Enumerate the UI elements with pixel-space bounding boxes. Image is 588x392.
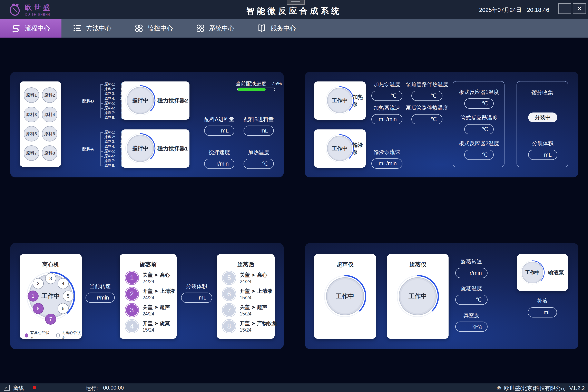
fraction-collect-title: 馏分收集: [517, 89, 568, 96]
dispensing-button[interactable]: 分装中: [528, 112, 558, 122]
heat-temp-field: 加热温度 ℃: [244, 149, 274, 169]
plate1-temp-input[interactable]: ℃: [464, 98, 494, 108]
rot-speed-label: 旋蒸转速: [461, 258, 482, 265]
refill-field: 补液 mL: [528, 298, 557, 318]
plate2-temp-field: 板式反应器2温度 ℃: [464, 140, 494, 160]
run-label: 运行:: [86, 385, 98, 392]
centrifuge-tube: 4: [58, 278, 68, 289]
registered-icon: ®: [497, 385, 501, 392]
mixer1-name: 磁力搅拌器1: [156, 130, 189, 168]
process-step: 4 开盖 ➤ 旋蒸 15/24: [125, 320, 175, 333]
heat-pump-temp-label: 加热泵温度: [374, 81, 400, 88]
vacuum-input[interactable]: kPa: [455, 322, 488, 332]
connection-status: 离线: [13, 385, 24, 392]
centrifuge-tube: 2: [33, 278, 44, 289]
post-evap-title: 旋蒸后: [217, 261, 274, 268]
time-label: 20:18:46: [527, 7, 549, 13]
infusion-flow-label: 输液泵流速: [374, 149, 400, 156]
plate2-temp-input[interactable]: ℃: [464, 150, 494, 160]
tab-system-center[interactable]: 系统中心: [184, 19, 246, 38]
recipe-a-label: 配料A: [78, 146, 96, 152]
grid-icon: [196, 24, 205, 33]
rotovap-status: 工作中: [396, 275, 439, 318]
tab-service-center[interactable]: 服务中心: [246, 19, 307, 38]
close-button[interactable]: ✕: [573, 3, 586, 14]
infusion-flow-field: 输液泵流速 mL/min: [372, 149, 402, 169]
terminal-icon[interactable]: >_: [4, 385, 10, 390]
infusion-flow-input[interactable]: mL/min: [372, 158, 402, 169]
tab-method-center[interactable]: 方法中心: [62, 19, 123, 38]
step-number: 8: [222, 320, 236, 333]
stir-speed-input[interactable]: r/min: [204, 159, 234, 169]
ultrasonic-title: 超声仪: [314, 261, 376, 268]
tab-label: 监控中心: [148, 24, 173, 32]
centrifuge-card: 离心机 工作中 12345678 有离心管状态 无离心管状态: [20, 254, 82, 339]
raw-material-circle: 原料1: [24, 88, 39, 103]
pre-evap-card: 旋蒸前 1 关盖 ➤ 离心 24/24 2 开盖 ➤ 上清液 24/24 3 关…: [120, 254, 176, 339]
rot-temp-input[interactable]: ℃: [455, 294, 488, 305]
centrifuge-tube: 1: [28, 290, 38, 302]
feed-b-field: 配料B进料量 mL: [244, 116, 274, 136]
evap-panel: 超声仪 工作中 旋蒸仪 工作中 旋蒸转速 r/min 旋蒸温度 ℃ 真空度 kP…: [305, 243, 578, 349]
current-speed-input[interactable]: r/min: [86, 292, 115, 303]
process-step: 3 关盖 ➤ 超声 24/24: [125, 304, 175, 317]
rot-temp-field: 旋蒸温度 ℃: [455, 285, 488, 305]
rot-speed-field: 旋蒸转速 r/min: [455, 258, 488, 278]
rot-speed-input[interactable]: r/min: [455, 268, 488, 278]
step-number: 5: [222, 271, 236, 284]
refill-input[interactable]: mL: [528, 307, 557, 318]
tube-temp-field: 管式反应器温度 ℃: [464, 114, 494, 134]
raw-material-circle: 原料8: [42, 145, 57, 161]
stir-speed-field: 搅拌速度 r/min: [204, 149, 234, 169]
raw-material-circle: 原料5: [24, 126, 39, 142]
heat-temp-input[interactable]: ℃: [244, 159, 274, 169]
minimize-button[interactable]: —: [558, 3, 571, 14]
rotovap-title: 旋蒸仪: [387, 261, 448, 268]
window-drag-handle[interactable]: [287, 0, 304, 5]
step-number: 6: [222, 288, 236, 300]
feed-a-label: 配料A进料量: [204, 116, 234, 123]
tab-process-center[interactable]: 流程中心: [0, 19, 62, 38]
centrifuge-tube: 7: [45, 314, 56, 324]
company-info: ® 欧世盛(北京)科技有限公司 V1.2.2: [497, 385, 585, 392]
prep-panel: 原料1原料2原料3原料4原料5原料6原料7原料8 配料B 原料1:0mL 原料2…: [10, 72, 284, 178]
date-label: 2025年07月24日: [479, 7, 522, 13]
status-bar: >_ 离线 运行: 00:00:00 ® 欧世盛(北京)科技有限公司 V1.2.…: [0, 384, 588, 392]
raw-material-circle: 原料4: [42, 107, 57, 122]
post-line-temp-input[interactable]: ℃: [412, 114, 442, 124]
heat-pump-status: 工作中: [326, 86, 354, 115]
heat-pump-flow-input[interactable]: mL/min: [372, 114, 402, 124]
mixer2-status: 搅拌中: [125, 85, 156, 116]
dispense-volume-label: 分装体积: [532, 140, 554, 147]
feed-a-input[interactable]: mL: [204, 126, 234, 136]
process-step: 7 关盖 ➤ 超声 15/24: [222, 304, 273, 317]
feed-a-field: 配料A进料量 mL: [204, 116, 234, 136]
process-step: 5 关盖 ➤ 离心 24/24: [222, 271, 273, 284]
process-step: 6 开盖 ➤ 上清液 15/24: [222, 288, 273, 300]
current-speed-label: 当前转速: [90, 283, 111, 290]
tab-monitor-center[interactable]: 监控中心: [123, 19, 184, 38]
tube-ring: 12345678: [20, 254, 82, 339]
tube-temp-input[interactable]: ℃: [464, 124, 494, 134]
infusion-pump-status: 工作中: [326, 134, 354, 163]
dispense-volume-input[interactable]: mL: [528, 150, 558, 160]
heat-temp-label: 加热温度: [248, 149, 269, 156]
rotovap-card: 旋蒸仪 工作中: [387, 254, 448, 339]
pre-line-temp-field: 泵前管路伴热温度 ℃: [412, 81, 442, 101]
empty-tube-dot: [56, 334, 60, 338]
centrifuge-tube: 8: [33, 303, 44, 314]
pre-line-temp-input[interactable]: ℃: [412, 91, 442, 101]
filled-tube-dot: [25, 334, 28, 338]
dispense-volume-field: 分装体积 mL: [528, 140, 558, 160]
heat-pump-temp-input[interactable]: ℃: [372, 91, 402, 101]
filled-tube-label: 有离心管状态: [30, 330, 50, 341]
infusion-pump-name: 输液泵: [352, 130, 366, 168]
process-step: 8 开盖 ➤ 产物收集 15/24: [222, 320, 273, 333]
mixer1-status: 搅拌中: [125, 133, 156, 164]
aliquot-volume-input[interactable]: mL: [181, 292, 212, 303]
fraction-collect-box: 馏分收集 分装中 分装体积 mL: [516, 81, 568, 167]
current-speed-field: 当前转速 r/min: [86, 283, 115, 303]
main-nav: 流程中心 方法中心 监控中心 系统中心 服务中心: [0, 19, 588, 38]
post-evap-card: 旋蒸后 5 关盖 ➤ 离心 24/24 6 开盖 ➤ 上清液 15/24 7 关…: [217, 254, 274, 339]
feed-b-input[interactable]: mL: [244, 126, 274, 136]
